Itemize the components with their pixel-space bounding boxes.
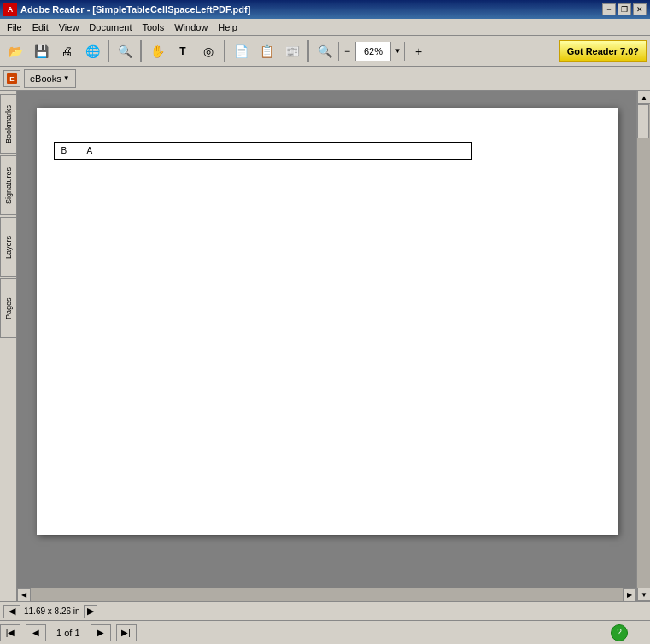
tab-layers[interactable]: Layers (0, 217, 17, 277)
ebooks-toolbar: E eBooks ▼ (0, 67, 650, 91)
menu-file[interactable]: File (2, 20, 27, 34)
content-area[interactable]: B A (17, 91, 636, 588)
text-select-button[interactable]: T (171, 39, 195, 63)
ebooks-button[interactable]: eBooks ▼ (24, 69, 76, 88)
status-dimensions: 11.69 x 8.26 in (24, 606, 80, 616)
h-scroll-right[interactable]: ▶ (623, 588, 636, 602)
table-cell-b: B (54, 143, 79, 160)
scroll-thumb[interactable] (637, 104, 649, 138)
close-btn[interactable]: ✕ (633, 3, 647, 15)
scroll-up-button[interactable]: ▲ (637, 91, 650, 104)
status-arrow[interactable]: ▶ (84, 605, 97, 618)
snapshot-button[interactable]: ◎ (196, 39, 220, 63)
pdf-table: B A (54, 142, 472, 160)
title-bar: A Adobe Reader - [SimpleTableCellSpaceLe… (0, 0, 650, 19)
toolbar-sep-4 (307, 40, 309, 62)
v-scrollbar: ▲ ▼ (636, 91, 650, 601)
main-area: Bookmarks Signatures Layers Pages B A (0, 91, 650, 601)
zoom-minus-button[interactable]: − (339, 42, 356, 61)
adobe-icon: A (3, 3, 17, 16)
status-bar: ◀ 11.69 x 8.26 in ▶ (0, 601, 650, 620)
zoom-dropdown[interactable]: ▼ (390, 42, 404, 61)
menu-window[interactable]: Window (169, 20, 213, 34)
menu-document[interactable]: Document (84, 20, 137, 34)
menu-help[interactable]: Help (213, 20, 243, 34)
pdf-page: B A (37, 108, 618, 535)
title-bar-left: A Adobe Reader - [SimpleTableCellSpaceLe… (3, 3, 250, 16)
help-circle-button[interactable]: ? (611, 624, 628, 641)
restore-btn[interactable]: ❐ (618, 3, 631, 15)
table-row: B A (54, 143, 471, 160)
nav-bar: |◀ ◀ 1 of 1 ▶ ▶| ? (0, 620, 650, 644)
first-page-button[interactable]: |◀ (0, 624, 20, 641)
ebooks-label: eBooks (30, 73, 61, 84)
toolbar-sep-3 (224, 40, 225, 62)
title-text: Adobe Reader - [SimpleTableCellSpaceLeft… (20, 4, 250, 15)
title-bar-buttons: − ❐ ✕ (602, 3, 647, 15)
menu-bar: File Edit View Document Tools Window Hel… (0, 19, 650, 36)
h-scroll-left[interactable]: ◀ (17, 588, 31, 602)
scroll-down-button[interactable]: ▼ (637, 588, 650, 601)
zoom-container: − ▼ (338, 42, 405, 61)
zoom-out-button[interactable]: 🔍 (313, 39, 337, 63)
h-scrollbar: ◀ ▶ (17, 588, 636, 601)
last-page-button[interactable]: ▶| (116, 624, 137, 641)
h-scroll-track[interactable] (31, 588, 623, 602)
page-view-double[interactable]: 📋 (255, 39, 278, 63)
print-button[interactable]: 🖨 (55, 39, 79, 63)
search-button[interactable]: 🔍 (113, 39, 137, 63)
open-button[interactable]: 📂 (3, 39, 27, 63)
page-info: 1 of 1 (51, 628, 85, 638)
page-view-single[interactable]: 📄 (229, 39, 253, 63)
menu-edit[interactable]: Edit (27, 20, 54, 34)
svg-text:E: E (9, 75, 15, 83)
zoom-input[interactable] (356, 42, 390, 61)
toolbar-sep-2 (140, 40, 142, 62)
page-view-spread[interactable]: 📰 (280, 39, 304, 63)
scroll-track[interactable] (637, 104, 650, 588)
tab-pages[interactable]: Pages (0, 278, 17, 338)
ebooks-icon: E (3, 70, 20, 87)
menu-tools[interactable]: Tools (138, 20, 170, 34)
menu-view[interactable]: View (54, 20, 85, 34)
minimize-btn[interactable]: − (602, 3, 616, 15)
content-and-scroll: B A ◀ ▶ ▲ ▼ (17, 91, 650, 601)
ebooks-dropdown-icon: ▼ (63, 74, 70, 82)
email-button[interactable]: 🌐 (80, 39, 104, 63)
toolbar-sep-1 (108, 40, 109, 62)
main-toolbar: 📂 💾 🖨 🌐 🔍 ✋ T ◎ 📄 📋 📰 🔍 − ▼ + Got Reader… (0, 36, 650, 67)
status-icon[interactable]: ◀ (3, 605, 20, 618)
prev-page-button[interactable]: ◀ (26, 624, 46, 641)
tab-bookmarks[interactable]: Bookmarks (0, 94, 17, 154)
hand-button[interactable]: ✋ (145, 39, 169, 63)
table-cell-a: A (79, 143, 471, 160)
save-button[interactable]: 💾 (29, 39, 53, 63)
tab-signatures[interactable]: Signatures (0, 155, 17, 215)
got-reader-button[interactable]: Got Reader 7.0? (559, 40, 647, 62)
sidebar-tabs: Bookmarks Signatures Layers Pages (0, 91, 17, 601)
content-wrapper: B A ◀ ▶ (17, 91, 636, 601)
next-page-button[interactable]: ▶ (91, 624, 111, 641)
zoom-in-button[interactable]: + (407, 39, 430, 63)
